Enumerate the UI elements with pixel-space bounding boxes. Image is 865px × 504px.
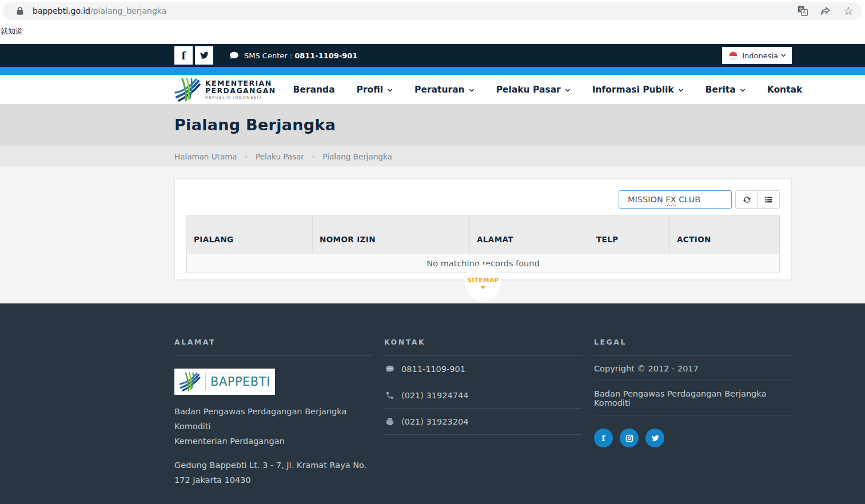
table-toolbar: MISSION FX CLUB <box>186 190 780 209</box>
footer-facebook-button[interactable]: f <box>594 429 613 447</box>
phone-icon <box>385 391 394 400</box>
footer-legal-column: LEGAL Copyright © 2012 - 2017 Badan Peng… <box>594 338 792 504</box>
search-text-misspelled: FX <box>665 195 676 204</box>
main-navigation: KEMENTERIAN PERDAGANGAN REPUBLIK INDONES… <box>0 75 865 104</box>
table-button-group <box>735 190 780 209</box>
column-header-telp[interactable]: TELP <box>589 216 669 254</box>
nav-item-informasi-publik[interactable]: Informasi Publik <box>592 85 684 95</box>
bappebti-logo-text: BAPPEBTI <box>210 375 270 389</box>
facebook-icon: f <box>181 50 186 62</box>
site-logo[interactable]: KEMENTERIAN PERDAGANGAN REPUBLIK INDONES… <box>174 78 276 102</box>
bappebti-logo[interactable]: BAPPEBTI <box>174 369 275 395</box>
language-label: Indonesia <box>742 51 778 60</box>
chevron-down-icon <box>469 89 475 92</box>
chevron-down-icon <box>678 89 684 92</box>
table-header-row: PIALANG NOMOR IZIN ALAMAT TELP ACTION <box>187 216 779 254</box>
twitter-button[interactable] <box>195 46 213 65</box>
site-footer: ALAMAT BAPPEBTI Badan Pengawas Perdagang… <box>0 303 865 504</box>
refresh-icon <box>743 195 751 204</box>
chevron-down-icon <box>781 54 786 57</box>
sms-chat-icon <box>385 365 394 374</box>
sitemap-label: SITEMAP <box>467 277 499 283</box>
breadcrumb-home[interactable]: Halaman Utama <box>174 152 237 161</box>
indonesia-flag-icon <box>729 51 738 60</box>
instagram-icon <box>625 434 633 442</box>
refresh-button[interactable] <box>736 191 758 208</box>
facebook-button[interactable]: f <box>174 46 193 65</box>
language-selector[interactable]: Indonesia <box>722 47 792 64</box>
sms-number: 0811-1109-901 <box>294 51 357 60</box>
footer-twitter-button[interactable] <box>645 429 664 447</box>
chevron-down-icon <box>740 89 746 92</box>
nav-item-beranda[interactable]: Beranda <box>293 85 335 95</box>
search-input[interactable]: MISSION FX CLUB <box>619 190 732 209</box>
footer-org-line: Badan Pengawas Perdagangan Berjangka Kom… <box>174 404 372 449</box>
address-bar[interactable]: bappebti.go.id/pialang_berjangka 文 A ☆ <box>3 2 862 20</box>
bappebti-logo-icon <box>179 372 201 391</box>
sms-label: SMS Center : <box>244 51 292 60</box>
copyright-text: Copyright © 2012 - 2017 <box>594 356 792 381</box>
nav-item-profil[interactable]: Profil <box>357 85 393 95</box>
column-header-pialang[interactable]: PIALANG <box>187 216 312 254</box>
site-topbar: f SMS Center : 0811-1109-901 Indonesia <box>0 44 865 67</box>
twitter-icon <box>200 51 209 60</box>
bookmark-star-icon[interactable]: ☆ <box>843 5 854 17</box>
facebook-icon: f <box>601 433 605 443</box>
sms-chat-icon <box>229 51 239 61</box>
page-header: Pialang Berjangka <box>0 104 865 146</box>
page-overlay-text: 就知道 <box>0 22 865 44</box>
sms-center: SMS Center : 0811-1109-901 <box>229 51 357 61</box>
breadcrumb: Halaman Utama › Pelaku Pasar › Pialang B… <box>0 146 865 166</box>
logo-divider <box>205 373 206 390</box>
sitemap-arrow-icon <box>480 286 486 289</box>
lock-icon <box>15 6 25 15</box>
page-url: bappebti.go.id/pialang_berjangka <box>33 6 166 15</box>
search-text: MISSION <box>628 195 663 204</box>
footer-instagram-button[interactable] <box>620 429 639 447</box>
footer-kontak-heading: KONTAK <box>384 338 582 356</box>
accent-strip <box>0 67 865 75</box>
chevron-down-icon <box>565 89 571 92</box>
footer-legal-heading: LEGAL <box>594 338 792 356</box>
nav-items: Beranda Profil Peraturan Pelaku Pasar In… <box>293 85 824 95</box>
breadcrumb-separator: › <box>312 153 314 160</box>
nav-item-berita[interactable]: Berita <box>705 85 746 95</box>
nav-item-pelaku-pasar[interactable]: Pelaku Pasar <box>496 85 571 95</box>
share-icon[interactable] <box>820 5 831 17</box>
brand-text: KEMENTERIAN PERDAGANGAN REPUBLIK INDONES… <box>205 79 276 100</box>
legal-org-text: Badan Pengawas Perdagangan Berjangka Kom… <box>594 381 792 415</box>
kontak-sms: 0811-1109-901 <box>384 356 582 382</box>
nav-item-peraturan[interactable]: Peraturan <box>414 85 475 95</box>
footer-kontak-column: KONTAK 0811-1109-901 (021) 31924744 (021… <box>384 338 582 504</box>
column-header-nomor-izin[interactable]: NOMOR IZIN <box>312 216 469 254</box>
footer-address-line: Gedung Bappebti Lt. 3 - 7, Jl. Kramat Ra… <box>174 458 372 487</box>
kemendag-logo-icon <box>174 78 201 102</box>
column-header-alamat[interactable]: ALAMAT <box>469 216 589 254</box>
browser-toolbar: bappebti.go.id/pialang_berjangka 文 A ☆ <box>0 0 865 22</box>
breadcrumb-current: Pialang Berjangka <box>322 152 392 161</box>
footer-alamat-column: ALAMAT BAPPEBTI Badan Pengawas Perdagang… <box>174 338 372 504</box>
list-icon <box>764 195 773 204</box>
sitemap-button[interactable]: SITEMAP <box>465 265 501 301</box>
svg-text:A: A <box>803 10 806 15</box>
fax-icon <box>385 417 394 426</box>
breadcrumb-separator: › <box>245 153 248 160</box>
twitter-icon <box>651 434 659 442</box>
nav-item-kontak[interactable]: Kontak <box>767 85 803 95</box>
translate-icon[interactable]: 文 A <box>797 5 808 17</box>
kontak-phone: (021) 31924744 <box>384 382 582 409</box>
breadcrumb-pelaku-pasar[interactable]: Pelaku Pasar <box>256 152 304 161</box>
toggle-columns-button[interactable] <box>758 191 779 208</box>
kontak-fax: (021) 31923204 <box>384 409 582 435</box>
column-header-action[interactable]: ACTION <box>669 216 780 254</box>
main-content: MISSION FX CLUB <box>0 166 865 303</box>
footer-alamat-heading: ALAMAT <box>174 338 372 356</box>
footer-socials: f <box>594 429 792 447</box>
chevron-down-icon <box>387 89 393 92</box>
page-title: Pialang Berjangka <box>174 116 336 134</box>
search-text: CLUB <box>679 195 700 204</box>
